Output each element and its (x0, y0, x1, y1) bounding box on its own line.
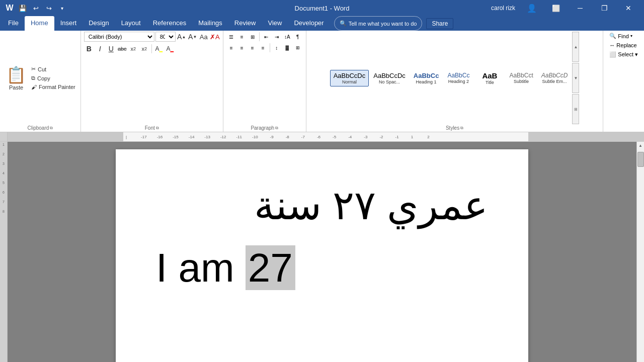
style-heading1[interactable]: AaBbCc Heading 1 (410, 70, 443, 86)
find-button[interactable]: 🔍 Find ▾ (606, 32, 635, 40)
underline-button[interactable]: U (106, 44, 116, 54)
save-icon[interactable]: 💾 (17, 3, 28, 14)
find-dropdown-icon: ▾ (630, 34, 632, 38)
style-heading2[interactable]: AaBbCc Heading 2 (443, 70, 473, 86)
grow-font-button[interactable]: A▲ (177, 32, 187, 42)
divider (270, 43, 270, 52)
shading-button[interactable]: ▓ (282, 43, 292, 53)
tab-review[interactable]: Review (228, 16, 262, 31)
strikethrough-button[interactable]: abc (117, 44, 127, 54)
scroll-track[interactable] (637, 149, 644, 362)
paint-brush-icon: 🖌 (31, 84, 37, 90)
align-left-button[interactable]: ≡ (226, 43, 236, 53)
clear-formatting-button[interactable]: ✗A (210, 32, 220, 42)
styles-expand-button[interactable]: ⊞ (572, 94, 579, 124)
shrink-font-button[interactable]: A▼ (188, 32, 198, 42)
borders-button[interactable]: ⊞ (293, 43, 303, 53)
style-no-space[interactable]: AaBbCcDc No Spac... (370, 70, 409, 86)
ruler-corner (0, 132, 8, 141)
style-title[interactable]: AaB Title (474, 69, 505, 87)
multilevel-list-button[interactable]: ⊞ (248, 32, 258, 42)
text-highlight-button[interactable]: A_ (154, 44, 164, 54)
copy-button[interactable]: ⧉ Copy (29, 74, 77, 82)
select-label: Select ▾ (618, 51, 638, 58)
cut-button[interactable]: ✂ Cut (29, 65, 77, 73)
style-nospace-preview: AaBbCcDc (373, 72, 406, 79)
justify-button[interactable]: ≡ (258, 43, 268, 53)
superscript-button[interactable]: x2 (139, 44, 149, 54)
bullets-button[interactable]: ☰ (226, 32, 236, 42)
ribbon-content: 📋 Paste ✂ Cut ⧉ Copy 🖌 Format Painter (0, 31, 644, 132)
tab-file[interactable]: File (2, 16, 25, 31)
replace-button[interactable]: ↔ Replace (606, 41, 639, 49)
sort-button[interactable]: ↕A (282, 32, 292, 42)
show-marks-button[interactable]: ¶ (293, 32, 303, 42)
align-center-button[interactable]: ≡ (237, 43, 247, 53)
main-doc-area: 12345678 عمري ٢٧ سنة I am 27 ▲ ▼ (0, 142, 644, 362)
editing-label: Editing (616, 124, 631, 131)
styles-scroll-up-button[interactable]: ▲ (572, 32, 579, 62)
increase-indent-button[interactable]: ⇥ (272, 32, 282, 42)
clipboard-expand-icon[interactable]: ⧉ (50, 126, 53, 131)
customize-icon[interactable]: ▾ (56, 3, 67, 14)
document-scroll-area[interactable]: عمري ٢٧ سنة I am 27 (8, 142, 636, 362)
style-h1-preview: AaBbCc (414, 72, 439, 79)
share-button[interactable]: Share (426, 18, 453, 29)
tell-me-box[interactable]: 🔍 Tell me what you want to do (334, 16, 423, 31)
font-size-select[interactable]: 80 (155, 32, 176, 42)
tab-insert[interactable]: Insert (54, 16, 83, 31)
editing-group: 🔍 Find ▾ ↔ Replace ⬜ Select ▾ Editing (603, 31, 644, 132)
decrease-indent-button[interactable]: ⇤ (261, 32, 271, 42)
paste-button[interactable]: 📋 Paste (3, 63, 29, 93)
redo-icon[interactable]: ↪ (43, 3, 54, 14)
ribbon-toggle-icon[interactable]: ⬜ (544, 0, 568, 16)
tab-view[interactable]: View (262, 16, 288, 31)
cut-label: Cut (38, 66, 46, 72)
paragraph-label: Paragraph ⧉ (251, 124, 278, 131)
style-h2-preview: AaBbCc (447, 72, 470, 79)
subscript-button[interactable]: x2 (128, 44, 138, 54)
para-top-row: ☰ ≡ ⊞ ⇤ ⇥ ↕A ¶ (226, 32, 303, 42)
tab-design[interactable]: Design (83, 16, 115, 31)
style-subtleem-label: Subtle Em... (541, 79, 568, 84)
scissors-icon: ✂ (31, 66, 36, 72)
format-painter-button[interactable]: 🖌 Format Painter (29, 83, 77, 91)
paste-icon: 📋 (6, 65, 26, 84)
tab-mailings[interactable]: Mailings (192, 16, 228, 31)
styles-scroll-down-button[interactable]: ▼ (572, 63, 579, 93)
quick-access-toolbar: W 💾 ↩ ↪ ▾ (4, 3, 67, 14)
bold-button[interactable]: B (84, 44, 94, 54)
scroll-up-button[interactable]: ▲ (637, 142, 645, 149)
style-normal[interactable]: AaBbCcDc Normal (330, 70, 369, 86)
align-right-button[interactable]: ≡ (248, 43, 258, 53)
style-subtleem-preview: AaBbCcD (541, 72, 568, 79)
scroll-thumb[interactable] (637, 152, 644, 167)
divider (151, 44, 152, 53)
styles-expand-icon[interactable]: ⧉ (460, 126, 463, 131)
minimize-button[interactable]: ─ (569, 0, 592, 16)
copy-icon: ⧉ (31, 75, 35, 81)
font-family-select[interactable]: Calibri (Body) (84, 32, 154, 42)
change-case-button[interactable]: Aa (199, 32, 209, 42)
style-subtitle[interactable]: AaBbCct Subtitle (506, 70, 536, 86)
styles-list: AaBbCcDc Normal AaBbCcDc No Spac... AaBb… (330, 69, 572, 87)
italic-button[interactable]: I (95, 44, 105, 54)
tab-developer[interactable]: Developer (288, 16, 330, 31)
format-painter-label: Format Painter (39, 84, 75, 90)
select-button[interactable]: ⬜ Select ▾ (606, 50, 641, 59)
paragraph-expand-icon[interactable]: ⧉ (275, 126, 278, 131)
title-bar-left: W 💾 ↩ ↪ ▾ (4, 3, 67, 14)
numbered-list-button[interactable]: ≡ (237, 32, 247, 42)
account-icon[interactable]: 👤 (520, 0, 543, 16)
font-color-button[interactable]: A_ (165, 44, 175, 54)
line-spacing-button[interactable]: ↕ (272, 43, 282, 53)
highlighted-number: 27 (246, 245, 295, 290)
restore-button[interactable]: ❐ (593, 0, 616, 16)
tab-home[interactable]: Home (25, 16, 54, 31)
style-subtle-em[interactable]: AaBbCcD Subtle Em... (538, 70, 572, 86)
tab-references[interactable]: References (147, 16, 192, 31)
font-expand-icon[interactable]: ⧉ (156, 126, 159, 131)
close-button[interactable]: ✕ (617, 0, 640, 16)
undo-icon[interactable]: ↩ (30, 3, 41, 14)
tab-layout[interactable]: Layout (115, 16, 147, 31)
